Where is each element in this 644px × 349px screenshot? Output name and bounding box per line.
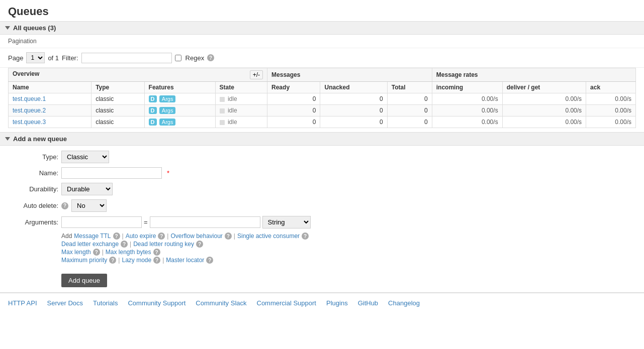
type-label: Type: [8, 153, 58, 161]
state-dot-icon [220, 108, 225, 113]
filter-input[interactable] [81, 53, 172, 63]
auto-delete-help-icon[interactable]: ? [61, 202, 68, 209]
overview-header: Overview +/- [9, 68, 267, 82]
overflow-help-icon[interactable]: ? [225, 232, 232, 240]
queue-table: Overview +/- Messages Message rates Name… [8, 68, 636, 128]
footer: HTTP API Server Docs Tutorials Community… [0, 292, 644, 313]
helper-max-length-bytes[interactable]: Max length bytes [106, 249, 151, 256]
args-key-input[interactable] [61, 216, 142, 228]
feature-args-badge[interactable]: Args [159, 107, 176, 114]
queue-ready: 0 [267, 93, 320, 105]
queue-deliver-get: 0.00/s [502, 93, 586, 105]
feature-args-badge[interactable]: Args [159, 119, 176, 126]
helper-max-length[interactable]: Max length [61, 249, 91, 256]
helper-single-active-consumer[interactable]: Single active consumer [237, 232, 300, 240]
max-length-help-icon[interactable]: ? [93, 249, 100, 256]
state-dot-icon [220, 97, 225, 102]
queue-ack: 0.00/s [586, 93, 636, 105]
add-queue-triangle-icon [5, 137, 10, 141]
lazy-mode-help-icon[interactable]: ? [153, 257, 160, 264]
helper-overflow-behaviour[interactable]: Overflow behaviour [170, 232, 222, 240]
feature-args-badge[interactable]: Args [159, 95, 176, 102]
args-eq: = [144, 218, 148, 226]
auto-delete-select[interactable]: NoYes [71, 199, 107, 212]
footer-github[interactable]: GitHub [358, 299, 378, 307]
queue-state: idle [215, 117, 267, 128]
regex-help-icon[interactable]: ? [207, 54, 214, 61]
page-label: Page [8, 54, 23, 62]
messages-header: Messages [267, 68, 432, 82]
message-ttl-help-icon[interactable]: ? [113, 232, 120, 240]
queue-type: classic [91, 93, 144, 105]
state-label: idle [228, 95, 237, 102]
name-input[interactable] [61, 167, 162, 179]
arguments-row: Arguments: = StringNumberBoolean [8, 216, 636, 228]
type-row: Type: ClassicQuorumStream [8, 151, 636, 163]
queue-name-link[interactable]: test.queue.2 [13, 107, 46, 114]
queue-name-link[interactable]: test.queue.1 [13, 95, 46, 102]
footer-community-support[interactable]: Community Support [128, 299, 186, 307]
filter-row: Page 1 of 1 Filter: Regex ? [0, 48, 644, 68]
dead-letter-exchange-help-icon[interactable]: ? [121, 241, 128, 248]
page-select[interactable]: 1 [26, 52, 45, 63]
state-dot-icon [220, 120, 225, 125]
type-select[interactable]: ClassicQuorumStream [61, 151, 109, 163]
auto-expire-help-icon[interactable]: ? [158, 232, 165, 240]
add-queue-section-label: Add a new queue [13, 135, 67, 143]
col-type: Type [91, 82, 144, 93]
footer-community-slack[interactable]: Community Slack [196, 299, 246, 307]
footer-commercial-support[interactable]: Commercial Support [257, 299, 317, 307]
args-helpers-row4: Maximum priority ? | Lazy mode ? | Maste… [61, 257, 636, 264]
master-locator-help-icon[interactable]: ? [206, 257, 213, 264]
queue-type: classic [91, 105, 144, 117]
add-queue-section-header: Add a new queue [0, 132, 644, 146]
col-ack: ack [586, 82, 636, 93]
toggle-columns-btn[interactable]: +/- [250, 70, 263, 79]
durability-row: Durability: DurableTransient [8, 183, 636, 195]
helper-lazy-mode[interactable]: Lazy mode [122, 257, 151, 264]
footer-plugins[interactable]: Plugins [326, 299, 348, 307]
table-row: test.queue.3 classic D Args idle 0 0 0 0… [9, 117, 636, 128]
queue-unacked: 0 [320, 117, 387, 128]
feature-d-badge: D [149, 95, 157, 102]
pagination-bar: Pagination [0, 35, 644, 48]
maximum-priority-help-icon[interactable]: ? [109, 257, 116, 264]
arguments-label: Arguments: [8, 218, 58, 226]
col-unacked: Unacked [320, 82, 387, 93]
footer-tutorials[interactable]: Tutorials [93, 299, 118, 307]
table-row: test.queue.1 classic D Args idle 0 0 0 0… [9, 93, 636, 105]
pagination-label: Pagination [8, 38, 37, 45]
single-active-help-icon[interactable]: ? [302, 232, 309, 240]
add-link[interactable]: Add [61, 232, 72, 240]
feature-d-badge: D [149, 107, 157, 114]
add-queue-form: Type: ClassicQuorumStream Name: * Durabi… [0, 146, 644, 292]
message-rates-header: Message rates [432, 68, 635, 82]
footer-http-api[interactable]: HTTP API [8, 299, 37, 307]
queue-ready: 0 [267, 105, 320, 117]
collapse-triangle-icon [5, 26, 10, 30]
max-length-bytes-help-icon[interactable]: ? [153, 249, 160, 256]
regex-checkbox[interactable] [175, 55, 181, 61]
footer-changelog[interactable]: Changelog [388, 299, 420, 307]
all-queues-label: All queues (3) [13, 24, 56, 32]
helper-message-ttl[interactable]: Message TTL [74, 232, 111, 240]
queue-features: D Args [144, 117, 215, 128]
helper-auto-expire[interactable]: Auto expire [126, 232, 156, 240]
col-ready: Ready [267, 82, 320, 93]
durability-select[interactable]: DurableTransient [61, 183, 113, 195]
queue-incoming: 0.00/s [432, 105, 502, 117]
queue-name-link[interactable]: test.queue.3 [13, 119, 46, 126]
add-queue-button[interactable]: Add queue [61, 274, 107, 287]
helper-dead-letter-exchange[interactable]: Dead letter exchange [61, 241, 119, 248]
args-value-input[interactable] [150, 216, 260, 228]
regex-label: Regex [186, 54, 205, 62]
args-type-select[interactable]: StringNumberBoolean [262, 216, 311, 228]
footer-server-docs[interactable]: Server Docs [47, 299, 83, 307]
queue-ack: 0.00/s [586, 117, 636, 128]
helper-dead-letter-routing-key[interactable]: Dead letter routing key [133, 241, 194, 248]
queue-features: D Args [144, 105, 215, 117]
queue-deliver-get: 0.00/s [502, 105, 586, 117]
helper-master-locator[interactable]: Master locator [166, 257, 204, 264]
dead-letter-routing-key-help-icon[interactable]: ? [196, 241, 203, 248]
helper-maximum-priority[interactable]: Maximum priority [61, 257, 107, 264]
